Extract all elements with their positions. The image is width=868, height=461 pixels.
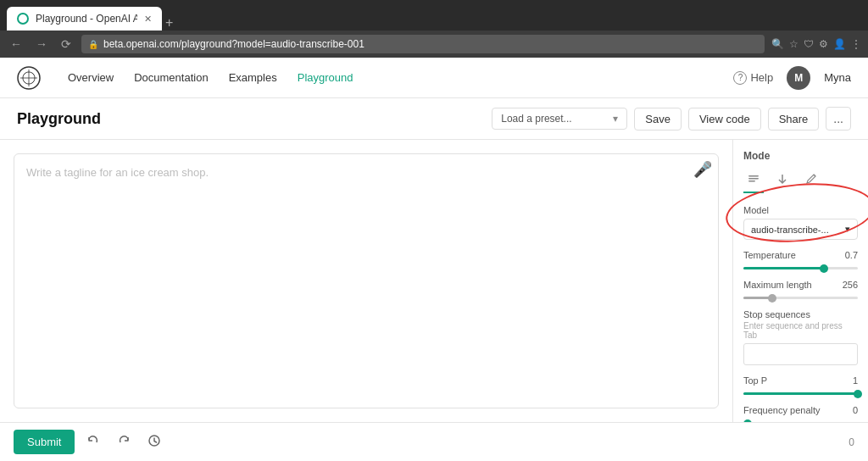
stop-sequences-container: Stop sequences Enter sequence and press … (743, 309, 858, 375)
dropdown-chevron-icon: ▾ (613, 113, 618, 125)
preset-placeholder: Load a preset... (501, 113, 571, 125)
active-tab[interactable]: Playground - OpenAI API ✕ (7, 7, 162, 31)
max-length-value: 256 (843, 280, 858, 293)
model-value: audio-transcribe-... (751, 225, 829, 235)
editor-area: 🎤 (0, 140, 732, 422)
freq-penalty-thumb (743, 419, 752, 423)
top-p-container: Top P 1 (743, 375, 858, 395)
address-bar[interactable]: 🔒 beta.openai.com/playground?model=audio… (81, 35, 765, 53)
stop-sequences-label: Stop sequences (743, 309, 858, 319)
openai-nav: Overview Documentation Examples Playgrou… (0, 58, 868, 98)
panel-wrapper: Mode Model audio-transcribe-... (732, 140, 868, 422)
avatar[interactable]: M (787, 66, 810, 90)
max-length-label-row: Maximum length 256 (743, 280, 858, 293)
view-code-button[interactable]: View code (688, 108, 761, 131)
freq-penalty-label-row: Frequency penalty 0 (743, 405, 858, 419)
star-icon[interactable]: ☆ (789, 38, 798, 50)
model-chevron-icon: ▾ (845, 224, 850, 235)
temperature-label-row: Temperature 0.7 (743, 250, 858, 264)
reload-button[interactable]: ⟳ (58, 36, 75, 53)
token-count: 0 (849, 436, 854, 448)
address-bar-icons: 🔍 ☆ 🛡 ⚙ 👤 ⋮ (771, 38, 861, 50)
svg-rect-4 (748, 181, 755, 182)
help-circle-icon: ? (733, 71, 747, 85)
toolbar: Playground Load a preset... ▾ Save View … (0, 98, 868, 140)
menu-icon[interactable]: ⋮ (851, 38, 861, 50)
tab-favicon (17, 13, 29, 25)
svg-rect-3 (748, 178, 759, 180)
max-length-slider[interactable] (743, 297, 858, 299)
share-button[interactable]: Share (768, 108, 820, 131)
forward-button[interactable]: → (32, 36, 51, 53)
toolbar-right: Load a preset... ▾ Save View code Share … (492, 107, 851, 131)
mode-edit-icon[interactable] (801, 169, 821, 193)
nav-examples[interactable]: Examples (229, 68, 277, 87)
prompt-textarea[interactable] (14, 153, 719, 408)
nav-playground[interactable]: Playground (298, 68, 353, 87)
tab-title: Playground - OpenAI API (36, 13, 137, 25)
max-length-container: Maximum length 256 (743, 280, 858, 299)
save-button[interactable]: Save (634, 108, 682, 131)
temperature-fill (743, 267, 824, 269)
back-button[interactable]: ← (7, 36, 25, 53)
lock-icon: 🔒 (88, 40, 98, 49)
help-label: Help (750, 71, 773, 84)
temperature-label: Temperature (743, 250, 796, 260)
mode-insert-icon[interactable] (772, 169, 793, 193)
extensions-icon[interactable]: ⚙ (819, 38, 828, 50)
more-options-button[interactable]: ... (826, 107, 851, 131)
right-panel: Mode Model audio-transcribe-... (732, 140, 868, 422)
max-length-thumb (768, 294, 776, 303)
temperature-container: Temperature 0.7 (743, 250, 858, 269)
temperature-slider[interactable] (743, 267, 858, 269)
temperature-thumb (820, 264, 828, 273)
browser-tabs: Playground - OpenAI API ✕ + (7, 0, 173, 31)
svg-line-5 (814, 175, 815, 176)
freq-penalty-container: Frequency penalty 0 (743, 405, 858, 422)
undo-button[interactable] (81, 430, 105, 454)
mode-icons (743, 169, 858, 193)
page-content: Playground Load a preset... ▾ Save View … (0, 98, 868, 461)
profile-icon[interactable]: 👤 (833, 38, 846, 50)
submit-button[interactable]: Submit (14, 430, 75, 454)
svg-rect-2 (748, 175, 759, 177)
user-name: Myna (824, 71, 851, 84)
nav-documentation[interactable]: Documentation (134, 68, 208, 87)
address-bar-row: ← → ⟳ 🔒 beta.openai.com/playground?model… (0, 31, 868, 58)
top-p-thumb (854, 390, 862, 398)
nav-right: ? Help M Myna (733, 66, 851, 90)
top-p-label-row: Top P 1 (743, 375, 858, 389)
openai-logo (17, 66, 41, 90)
top-p-slider[interactable] (743, 392, 858, 395)
history-button[interactable] (142, 430, 166, 454)
page-title: Playground (17, 110, 101, 128)
shield-icon: 🛡 (804, 38, 814, 50)
temperature-value: 0.7 (845, 250, 858, 264)
bottom-bar: Submit 0 (0, 422, 868, 461)
mode-text-icon[interactable] (743, 169, 764, 193)
stop-sequences-input[interactable] (743, 343, 858, 365)
max-length-label: Maximum length (743, 280, 812, 290)
help-button[interactable]: ? Help (733, 71, 773, 85)
freq-penalty-value: 0 (853, 405, 858, 419)
microphone-icon[interactable]: 🎤 (693, 160, 712, 179)
nav-overview[interactable]: Overview (68, 68, 114, 87)
url-text: beta.openai.com/playground?model=audio-t… (103, 38, 364, 50)
model-select[interactable]: audio-transcribe-... ▾ (743, 219, 858, 240)
svg-point-0 (19, 14, 27, 23)
freq-penalty-label: Frequency penalty (743, 405, 821, 415)
search-icon[interactable]: 🔍 (771, 38, 784, 50)
top-p-fill (743, 392, 858, 395)
tab-close-button[interactable]: ✕ (144, 14, 152, 25)
browser-chrome: Playground - OpenAI API ✕ + (0, 0, 868, 31)
top-p-label: Top P (743, 375, 767, 386)
top-p-value: 1 (853, 375, 858, 389)
preset-dropdown[interactable]: Load a preset... ▾ (492, 108, 627, 130)
redo-button[interactable] (112, 430, 136, 454)
mode-label: Mode (743, 150, 858, 162)
new-tab-button[interactable]: + (165, 15, 173, 31)
main-area: 🎤 Mode Model (0, 140, 868, 422)
model-label: Model (743, 205, 858, 215)
stop-sequences-hint: Enter sequence and press Tab (743, 321, 858, 340)
